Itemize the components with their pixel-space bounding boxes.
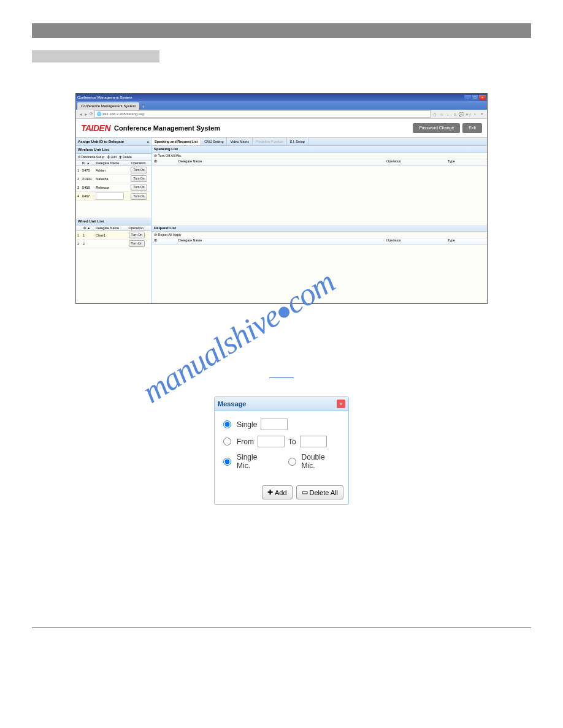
address-bar: ◄ ► ⟳ 🌐 192.168.2.205/setting.asp ▯ ☆ ↓ … <box>76 110 487 119</box>
tab-video[interactable]: Video Matrix <box>227 138 252 145</box>
turn-on-button[interactable]: Turn On <box>131 193 147 200</box>
wired-header: Wired Unit List <box>76 218 151 226</box>
menu-icon[interactable]: ≡ <box>479 112 484 117</box>
dialog-title: Message <box>218 400 246 408</box>
star-icon[interactable]: ☆ <box>439 112 444 117</box>
maximize-icon[interactable]: □ <box>472 95 478 100</box>
right-pane: Speaking and Request List CMU Setting Vi… <box>151 138 487 303</box>
app-title: Conference Management System <box>114 124 220 132</box>
download-icon[interactable]: ↓ <box>445 112 451 117</box>
double-mic-radio[interactable] <box>288 458 296 466</box>
main-tabs: Speaking and Request List CMU Setting Vi… <box>151 138 487 146</box>
assign-panel-header: Assign Unit ID to Delegate« <box>76 138 151 146</box>
subheader-bar <box>32 50 159 63</box>
request-columns: IDDelegate NameOperationType <box>151 238 487 245</box>
browser-tabbar: Conference Management System + <box>76 101 487 110</box>
request-list-header: Request List <box>151 225 487 232</box>
from-input[interactable] <box>258 436 285 447</box>
reject-all-button[interactable]: ⊘ Reject All Apply <box>151 232 487 238</box>
turn-on-button[interactable]: Turn On <box>131 184 147 191</box>
turn-off-all-button[interactable]: ⊘ Turn Off All Mic. <box>151 153 487 159</box>
app-header: TAIDEN Conference Management System Pass… <box>76 119 487 138</box>
chevron-icon[interactable]: › <box>472 112 478 117</box>
wireless-header: Wireless Unit List <box>76 146 151 154</box>
single-label: Single <box>237 420 257 429</box>
url-input[interactable]: 🌐 192.168.2.205/setting.asp <box>94 110 431 118</box>
tab-speaking[interactable]: Speaking and Request List <box>151 138 201 145</box>
divider <box>269 377 294 378</box>
exit-button[interactable]: Exit <box>462 123 482 133</box>
logo: TAIDEN <box>81 123 110 133</box>
table-row[interactable]: 221404NatashaTurn On <box>76 175 151 183</box>
tab-predefine[interactable]: Predefine Position <box>253 138 287 145</box>
shield-icon[interactable]: ▯ <box>432 112 437 117</box>
delegate-name-input[interactable] <box>96 192 124 200</box>
minus-icon: ▭ <box>302 488 308 496</box>
to-label: To <box>288 438 296 446</box>
table-row[interactable]: 35458RebeccaTurn On <box>76 183 151 192</box>
speaking-columns: IDDelegate NameOperationType <box>151 159 487 166</box>
wireless-toolbar: ⚙ Panorama Setup ➕ Add 🗑 Delete <box>76 154 151 161</box>
tab-cmu[interactable]: CMU Setting <box>201 138 227 145</box>
back-icon[interactable]: ◄ <box>79 112 83 116</box>
tab-si[interactable]: S.I. Setup <box>287 138 308 145</box>
close-icon[interactable]: × <box>479 95 486 100</box>
turn-on-button[interactable]: Turn On <box>131 175 147 182</box>
plus-icon: ✚ <box>267 488 273 496</box>
dialog-close-icon[interactable]: × <box>337 400 345 408</box>
from-label: From <box>237 438 254 446</box>
reload-icon[interactable]: ⟳ <box>90 112 93 116</box>
table-row[interactable]: 22Turn On <box>76 240 151 248</box>
wired-table: ID ▲Delegate NameOperation 11Chair1Turn … <box>76 226 151 248</box>
speaking-list-header: Speaking List <box>151 146 487 153</box>
dialog-header: Message × <box>215 397 348 411</box>
minimize-icon[interactable]: _ <box>464 95 471 100</box>
chat-icon[interactable]: 💬 <box>459 112 464 117</box>
turn-on-button[interactable]: Turn On <box>129 232 145 238</box>
window-title: Conference Management System <box>77 96 132 99</box>
single-radio[interactable] <box>223 420 231 428</box>
forward-icon[interactable]: ► <box>84 112 88 116</box>
turn-on-button[interactable]: Turn On <box>129 240 145 247</box>
dialog-delete-all-button[interactable]: ▭Delete All <box>296 485 343 499</box>
message-dialog: Message × Single From To Single Mic. <box>214 396 349 505</box>
from-radio[interactable] <box>223 438 231 446</box>
browser-tab[interactable]: Conference Management System <box>77 102 139 110</box>
single-input[interactable] <box>261 419 288 430</box>
dialog-add-button[interactable]: ✚Add <box>262 485 293 499</box>
app-screenshot: Conference Management System _ □ × Confe… <box>75 93 488 304</box>
single-mic-radio[interactable] <box>223 458 231 466</box>
home-icon[interactable]: ⌂ <box>452 112 458 117</box>
collapse-icon[interactable]: « <box>147 138 149 145</box>
new-tab-icon[interactable]: + <box>142 104 145 110</box>
table-row[interactable]: 15478AdrianTurn On <box>76 166 151 175</box>
panorama-setup-button[interactable]: ⚙ Panorama Setup <box>78 155 104 159</box>
footer-line <box>32 628 531 628</box>
turn-on-button[interactable]: Turn On <box>131 167 147 173</box>
table-row[interactable]: 46467Turn On <box>76 192 151 201</box>
left-pane: Assign Unit ID to Delegate« Wireless Uni… <box>76 138 151 303</box>
window-titlebar: Conference Management System _ □ × <box>76 94 487 101</box>
add-button[interactable]: ➕ Add <box>107 155 117 159</box>
to-input[interactable] <box>300 436 327 447</box>
tag-icon[interactable]: 🏷 <box>465 112 471 117</box>
password-change-button[interactable]: Password Change <box>413 123 460 133</box>
wireless-table: ID ▲Delegate NameOperation 15478AdrianTu… <box>76 161 151 201</box>
header-bar <box>32 23 531 38</box>
single-mic-label: Single Mic. <box>237 453 272 470</box>
double-mic-label: Double Mic. <box>302 453 340 470</box>
table-row[interactable]: 11Chair1Turn On <box>76 231 151 240</box>
delete-button[interactable]: 🗑 Delete <box>119 155 132 159</box>
